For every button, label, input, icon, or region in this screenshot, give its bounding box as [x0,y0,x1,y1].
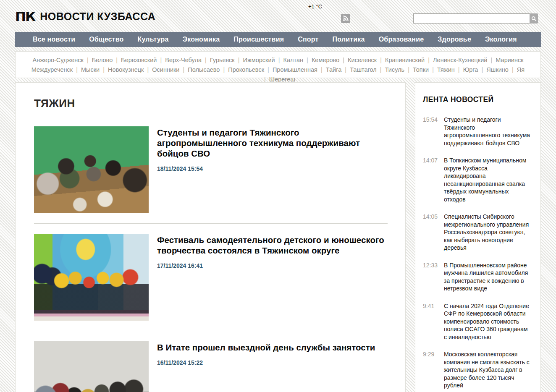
search-icon [531,16,537,21]
feed-item-time: 15:54 [423,116,444,147]
article-photo[interactable] [34,341,149,392]
site-header: ПК НОВОСТИ КУЗБАССА +1 °C [15,0,541,32]
feed-item-time: 9:29 [423,350,444,389]
city-link[interactable]: Яшкино [486,66,509,73]
city-link[interactable]: Гурьевск [210,57,235,63]
city-link[interactable]: Калтан [283,57,304,63]
feed-item: 15:54 Студенты и педагоги Тяжинского агр… [423,116,530,147]
city-link[interactable]: Березовский [121,57,157,63]
search-button[interactable] [530,13,538,24]
search-box [413,13,538,24]
temperature-indicator: +1 °C [308,3,322,10]
feed-item: 14:07 В Топкинском муниципальном округе … [423,157,530,203]
city-link[interactable]: Междуреченск [31,66,73,73]
nav-item[interactable]: Общество [89,36,123,43]
city-link[interactable]: Кемерово [312,57,339,63]
article-photo[interactable] [34,234,149,321]
main-nav: Все новости Общество Культура Экономика … [15,32,541,47]
feed-item-time: 14:07 [423,157,444,203]
feed-item-link[interactable]: Специалисты Сибирского межрегионального … [444,213,530,252]
article-row: Фестиваль самодеятельного детского и юно… [34,223,388,321]
city-links-line2: МеждуреченскМыскиНовокузнецкОсинникиПолы… [16,65,540,84]
article-title-link[interactable]: Студенты и педагоги Тяжинского агропромы… [157,127,388,159]
feed-item-link[interactable]: В Промышленновском районе мужчина лишилс… [444,261,530,293]
nav-item[interactable]: Образование [379,36,424,43]
feed-item: 12:33 В Промышленновском районе мужчина … [423,261,530,293]
city-link[interactable]: Шерегеш [269,76,295,83]
article-photo[interactable] [34,126,149,213]
logo-mark-icon: ПК [15,10,35,23]
city-link[interactable]: Тайга [326,66,341,73]
nav-item[interactable]: Культура [137,36,168,43]
nav-item[interactable]: Экология [485,36,517,43]
article-list: Студенты и педагоги Тяжинского агропромы… [16,126,405,392]
article-body: Фестиваль самодеятельного детского и юно… [157,234,388,321]
nav-item[interactable]: Все новости [33,36,75,43]
city-link[interactable]: Таштагол [350,66,377,73]
feed-item-link[interactable]: Московская коллекторская компания не смо… [444,350,530,389]
site-logo[interactable]: ПК НОВОСТИ КУЗБАССА [15,10,155,23]
article-row: В Итате прошел выездной день службы заня… [34,331,388,392]
article-title-link[interactable]: Фестиваль самодеятельного детского и юно… [157,235,388,256]
city-link[interactable]: Ижморский [243,57,275,63]
nav-item[interactable]: Здоровье [438,36,471,43]
article-date: 17/11/2024 16:41 [157,262,388,269]
search-input[interactable] [413,13,530,24]
feed-list: 15:54 Студенты и педагоги Тяжинского агр… [423,116,530,392]
city-link[interactable]: Крапивинский [385,57,425,63]
feed-item: 14:05 Специалисты Сибирского межрегионал… [423,213,530,252]
title-divider [34,116,388,116]
city-link[interactable]: Верх-Чебула [165,57,202,63]
city-link[interactable]: Белово [92,57,113,63]
article-title-link[interactable]: В Итате прошел выездной день службы заня… [157,342,388,353]
nav-item[interactable]: Происшествия [233,36,284,43]
article-body: В Итате прошел выездной день службы заня… [157,341,388,392]
city-link[interactable]: Тяжин [437,66,455,73]
feed-item: 9:41 С начала 2024 года Отделение СФР по… [423,302,530,341]
feed-item-time: 12:33 [423,261,444,293]
city-link[interactable]: Тисуль [385,66,405,73]
city-link[interactable]: Новокузнецк [108,66,144,73]
city-links-line1: Анжеро-СудженскБеловоБерезовскийВерх-Чеб… [16,55,540,65]
city-link[interactable]: Киселевск [348,57,377,63]
news-feed-sidebar: ЛЕНТА НОВОСТЕЙ 15:54 Студенты и педагоги… [415,82,541,392]
city-link[interactable]: Юрга [463,66,478,73]
feed-item-time: 9:41 [423,302,444,341]
city-link[interactable]: Топки [413,66,429,73]
rss-icon [343,16,349,21]
city-link[interactable]: Мыски [81,66,100,73]
city-link[interactable]: Промышленная [273,66,317,73]
main-content-panel: ТЯЖИН Студенты и педагоги Тяжинского агр… [15,82,406,392]
city-link[interactable]: Яя [517,66,525,73]
feed-item-time: 14:05 [423,213,444,252]
article-date: 16/11/2024 15:22 [157,359,388,366]
city-link[interactable]: Осинники [152,66,179,73]
feed-item: 9:29 Московская коллекторская компания н… [423,350,530,389]
article-date: 18/11/2024 15:54 [157,165,388,172]
city-link[interactable]: Полысаево [188,66,220,73]
nav-item[interactable]: Экономика [183,36,220,43]
article-row: Студенты и педагоги Тяжинского агропромы… [34,126,388,213]
city-link[interactable]: Прокопьевск [228,66,264,73]
article-body: Студенты и педагоги Тяжинского агропромы… [157,126,388,213]
page-title: ТЯЖИН [34,97,387,110]
city-link[interactable]: Мариинск [496,57,523,63]
city-links-strip: Анжеро-СудженскБеловоБерезовскийВерх-Чеб… [15,51,541,78]
feed-item-link[interactable]: Студенты и педагоги Тяжинского агропромы… [444,116,530,147]
nav-item[interactable]: Спорт [298,36,318,43]
city-link[interactable]: Анжеро-Судженск [32,57,83,63]
site-title: НОВОСТИ КУЗБАССА [40,10,155,23]
feed-item-link[interactable]: В Топкинском муниципальном округе Кузбас… [444,157,530,203]
feed-title: ЛЕНТА НОВОСТЕЙ [423,95,530,104]
nav-item[interactable]: Политика [333,36,365,43]
rss-button[interactable] [341,14,350,23]
feed-item-link[interactable]: С начала 2024 года Отделение СФР по Кеме… [444,302,530,341]
city-link[interactable]: Ленинск-Кузнецкий [433,57,487,63]
